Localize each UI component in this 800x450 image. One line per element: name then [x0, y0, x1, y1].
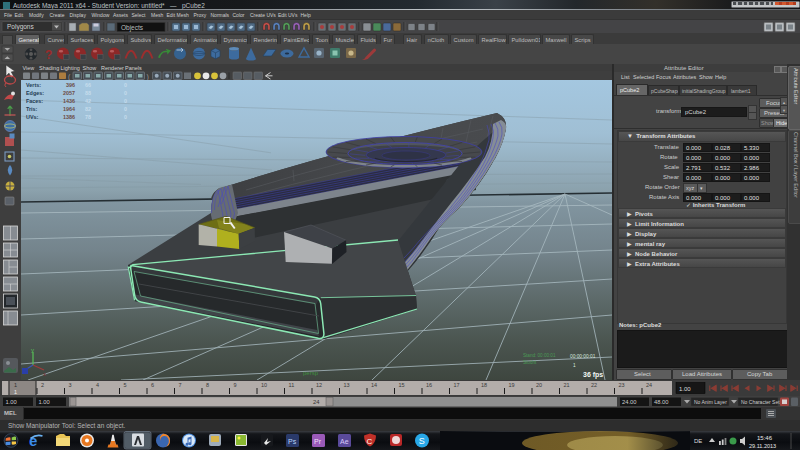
svg-text:UVs:: UVs:	[26, 114, 38, 120]
svg-text:Pr: Pr	[314, 438, 322, 445]
svg-text:16: 16	[426, 382, 432, 388]
svg-text:19: 19	[509, 382, 515, 388]
svg-text:1386: 1386	[63, 114, 75, 120]
svg-text:12: 12	[316, 382, 322, 388]
svg-text:9: 9	[234, 382, 237, 388]
svg-text:20: 20	[536, 382, 542, 388]
svg-text:36 fps: 36 fps	[583, 371, 603, 379]
svg-text:88: 88	[85, 90, 91, 96]
svg-text:11: 11	[289, 382, 295, 388]
svg-text:C: C	[367, 437, 373, 446]
svg-text:78: 78	[85, 114, 91, 120]
svg-text:6: 6	[151, 382, 154, 388]
svg-text:13: 13	[344, 382, 350, 388]
svg-text:Polygons: Polygons	[7, 23, 34, 31]
svg-text:82: 82	[85, 106, 91, 112]
svg-text:Faces:: Faces:	[26, 98, 43, 104]
svg-text:Ae: Ae	[340, 438, 349, 445]
svg-text:e: e	[29, 432, 37, 449]
svg-text:1: 1	[14, 389, 17, 395]
svg-text:x: x	[43, 371, 46, 377]
svg-text:S: S	[419, 436, 425, 446]
svg-text:10: 10	[261, 382, 267, 388]
svg-text:1.00: 1.00	[6, 399, 17, 405]
svg-text:): )	[147, 73, 149, 81]
svg-text:66: 66	[85, 82, 91, 88]
svg-text:18: 18	[481, 382, 487, 388]
svg-text:1.00: 1.00	[39, 399, 50, 405]
svg-text:Edges:: Edges:	[26, 90, 44, 96]
svg-text:Ps: Ps	[288, 438, 297, 445]
svg-text:Verts:: Verts:	[26, 82, 41, 88]
svg-text:48.00: 48.00	[654, 399, 669, 405]
svg-text:persp: persp	[303, 370, 319, 376]
svg-text:2: 2	[41, 382, 44, 388]
svg-text:(: (	[68, 73, 71, 81]
svg-text:15:46: 15:46	[757, 435, 773, 441]
svg-text:1964: 1964	[63, 106, 75, 112]
svg-text:Objects: Objects	[121, 24, 144, 32]
svg-text:0: 0	[124, 90, 127, 96]
svg-text:24: 24	[646, 382, 652, 388]
svg-text:1436: 1436	[63, 98, 75, 104]
svg-text:0: 0	[124, 114, 127, 120]
svg-text:0: 0	[124, 106, 127, 112]
svg-text:14: 14	[371, 382, 377, 388]
svg-text:2057: 2057	[63, 90, 75, 96]
svg-text:7: 7	[179, 382, 182, 388]
svg-text:15: 15	[399, 382, 405, 388]
svg-text:24.00: 24.00	[622, 399, 637, 405]
svg-text:1: 1	[573, 363, 576, 368]
svg-text:y: y	[31, 347, 34, 353]
svg-text:Studnt: Studnt	[523, 360, 537, 365]
svg-text:0: 0	[124, 82, 127, 88]
svg-text:5: 5	[124, 382, 127, 388]
svg-text:Stand: 00:00:01: Stand: 00:00:01	[523, 353, 556, 358]
svg-text:17: 17	[454, 382, 460, 388]
svg-text:No Anim Layer: No Anim Layer	[694, 399, 727, 405]
svg-text:00:00:00:01: 00:00:00:01	[570, 354, 596, 359]
svg-text:396: 396	[66, 82, 75, 88]
svg-text:21: 21	[564, 382, 570, 388]
svg-text:8: 8	[206, 382, 209, 388]
svg-text:1.00: 1.00	[679, 386, 691, 392]
svg-text:3: 3	[69, 382, 72, 388]
svg-text:0: 0	[124, 98, 127, 104]
svg-text:?: ?	[45, 48, 52, 62]
svg-text:DE: DE	[694, 438, 702, 444]
svg-text:1: 1	[14, 382, 17, 388]
svg-text:22: 22	[591, 382, 597, 388]
svg-text:42: 42	[85, 98, 91, 104]
svg-text:23: 23	[619, 382, 625, 388]
svg-text:4: 4	[96, 382, 99, 388]
svg-text:24: 24	[313, 399, 320, 405]
svg-text:Tris:: Tris:	[26, 106, 38, 112]
svg-text:29.11.2013: 29.11.2013	[749, 443, 776, 449]
svg-text:No Character Set: No Character Set	[741, 399, 780, 405]
